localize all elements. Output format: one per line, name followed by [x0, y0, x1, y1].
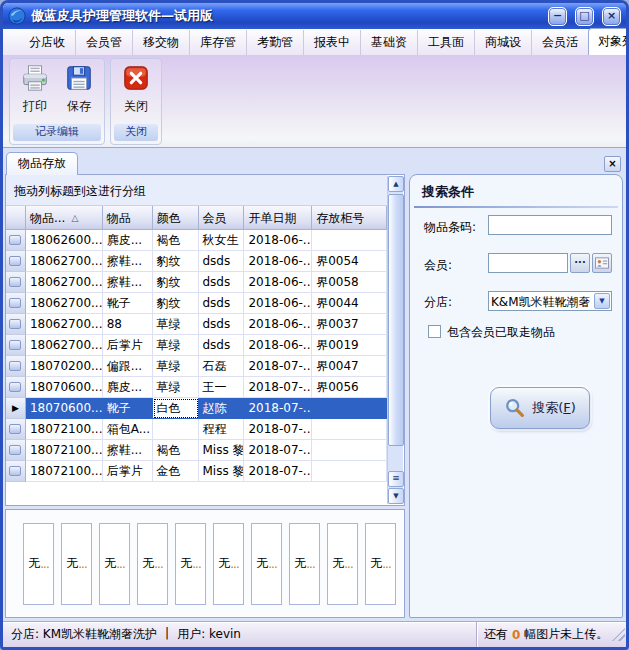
- save-button[interactable]: 保存: [58, 63, 100, 122]
- cell[interactable]: 18072100...: [26, 461, 103, 482]
- row-indicator[interactable]: [6, 335, 26, 356]
- cell[interactable]: 豹纹: [153, 272, 199, 293]
- cell[interactable]: 18062700...: [26, 335, 103, 356]
- document-close-icon[interactable]: ×: [604, 156, 621, 172]
- cell[interactable]: 豹纹: [153, 251, 199, 272]
- cell[interactable]: 界0044: [312, 293, 387, 314]
- row-indicator[interactable]: [6, 230, 26, 251]
- column-header-1[interactable]: 物品...△: [26, 206, 103, 230]
- ribbon-tab-9[interactable]: 商城设: [474, 30, 531, 55]
- cell[interactable]: [312, 398, 387, 419]
- photo-placeholder[interactable]: 无...: [99, 523, 130, 605]
- cell[interactable]: 擦鞋...: [103, 440, 153, 461]
- ribbon-tab-7[interactable]: 基础资: [360, 30, 417, 55]
- cell[interactable]: 18062700...: [26, 293, 103, 314]
- row-indicator[interactable]: [6, 377, 26, 398]
- cell[interactable]: 18070600...: [26, 377, 103, 398]
- print-button[interactable]: 打印: [14, 63, 56, 122]
- row-indicator[interactable]: [6, 314, 26, 335]
- photo-placeholder[interactable]: 无...: [251, 523, 282, 605]
- cell[interactable]: 麂皮...: [103, 377, 153, 398]
- cell[interactable]: 草绿: [153, 335, 199, 356]
- cell[interactable]: 擦鞋...: [103, 251, 153, 272]
- photo-placeholder[interactable]: 无...: [175, 523, 206, 605]
- cell[interactable]: [312, 440, 387, 461]
- cell[interactable]: dsds: [199, 272, 245, 293]
- include-taken-checkbox[interactable]: [428, 325, 441, 338]
- ribbon-tab-3[interactable]: 移交物: [132, 30, 189, 55]
- cell[interactable]: dsds: [199, 335, 245, 356]
- dropdown-arrow-icon[interactable]: ▼: [594, 293, 610, 309]
- table-row[interactable]: 18070200...偏跟...草绿石磊2018-07-...界0047: [6, 356, 387, 377]
- row-indicator[interactable]: [6, 461, 26, 482]
- row-indicator[interactable]: [6, 419, 26, 440]
- ribbon-tab-10[interactable]: 会员活: [531, 30, 588, 55]
- cell[interactable]: 秋女生: [199, 230, 245, 251]
- minimize-button[interactable]: −: [548, 7, 567, 26]
- table-row[interactable]: 18062700...靴子豹纹dsds2018-06-...界0044: [6, 293, 387, 314]
- cell[interactable]: 石磊: [199, 356, 245, 377]
- cell[interactable]: 箱包A...: [103, 419, 153, 440]
- cell[interactable]: 赵陈: [199, 398, 245, 419]
- ribbon-tab-1[interactable]: 分店收: [19, 30, 75, 55]
- cell[interactable]: 草绿: [153, 356, 199, 377]
- cell[interactable]: 界0037: [312, 314, 387, 335]
- member-browse-button[interactable]: ···: [570, 253, 590, 273]
- table-row[interactable]: 18072100...箱包A...程程2018-07-...: [6, 419, 387, 440]
- column-header-6[interactable]: 存放柜号: [312, 206, 387, 230]
- cell[interactable]: 偏跟...: [103, 356, 153, 377]
- scrollbar-thumb[interactable]: [388, 194, 404, 446]
- vertical-scrollbar[interactable]: ▲ ≡ ▼: [387, 176, 403, 504]
- cell[interactable]: 王一: [199, 377, 245, 398]
- cell[interactable]: 后掌片: [103, 461, 153, 482]
- ribbon-tab-11[interactable]: 对象列: [588, 28, 629, 55]
- cell[interactable]: 18070200...: [26, 356, 103, 377]
- ribbon-tab-2[interactable]: 会员管: [75, 30, 132, 55]
- cell[interactable]: 草绿: [153, 314, 199, 335]
- cell[interactable]: 擦鞋...: [103, 272, 153, 293]
- photo-placeholder[interactable]: 无...: [137, 523, 168, 605]
- table-row[interactable]: 18062700...后掌片草绿dsds2018-06-...界0019: [6, 335, 387, 356]
- search-button[interactable]: 搜索(F): [490, 387, 590, 429]
- close-view-button[interactable]: 关闭: [115, 63, 157, 122]
- cell[interactable]: 2018-07-...: [244, 377, 312, 398]
- cell[interactable]: Miss 黎: [199, 440, 245, 461]
- cell[interactable]: 草绿: [153, 377, 199, 398]
- table-row[interactable]: 18072100...后掌片金色Miss 黎2018-07-...: [6, 461, 387, 482]
- scroll-down-icon[interactable]: ▼: [388, 488, 404, 504]
- cell[interactable]: 靴子: [103, 293, 153, 314]
- cell[interactable]: 界0058: [312, 272, 387, 293]
- ribbon-tab-6[interactable]: 报表中: [303, 30, 360, 55]
- cell[interactable]: 88: [103, 314, 153, 335]
- cell[interactable]: 2018-06-...: [244, 251, 312, 272]
- cell[interactable]: 18062700...: [26, 251, 103, 272]
- cell[interactable]: 褐色: [153, 230, 199, 251]
- barcode-input[interactable]: [488, 215, 612, 235]
- table-row[interactable]: 18062700...88草绿dsds2018-06-...界0037: [6, 314, 387, 335]
- cell[interactable]: 2018-06-...: [244, 314, 312, 335]
- cell[interactable]: 靴子: [103, 398, 153, 419]
- photo-placeholder[interactable]: 无...: [365, 523, 396, 605]
- column-header-5[interactable]: 开单日期: [244, 206, 312, 230]
- ribbon-tab-4[interactable]: 库存管: [189, 30, 246, 55]
- cell[interactable]: 18072100...: [26, 440, 103, 461]
- cell[interactable]: dsds: [199, 314, 245, 335]
- column-header-2[interactable]: 物品: [103, 206, 153, 230]
- row-indicator[interactable]: [6, 293, 26, 314]
- photo-placeholder[interactable]: 无...: [23, 523, 54, 605]
- cell[interactable]: 2018-06-...: [244, 293, 312, 314]
- cell[interactable]: 白色: [153, 398, 199, 419]
- cell[interactable]: 2018-07-...: [244, 440, 312, 461]
- ribbon-tab-5[interactable]: 考勤管: [246, 30, 303, 55]
- cell[interactable]: 褐色: [153, 440, 199, 461]
- member-card-button[interactable]: [592, 253, 612, 273]
- row-indicator[interactable]: [6, 440, 26, 461]
- photo-placeholder[interactable]: 无...: [61, 523, 92, 605]
- cell[interactable]: 后掌片: [103, 335, 153, 356]
- cell[interactable]: 18070600...: [26, 398, 103, 419]
- photo-placeholder[interactable]: 无...: [289, 523, 320, 605]
- cell[interactable]: 2018-06-...: [244, 335, 312, 356]
- cell[interactable]: 界0054: [312, 251, 387, 272]
- row-indicator[interactable]: [6, 272, 26, 293]
- cell[interactable]: [312, 461, 387, 482]
